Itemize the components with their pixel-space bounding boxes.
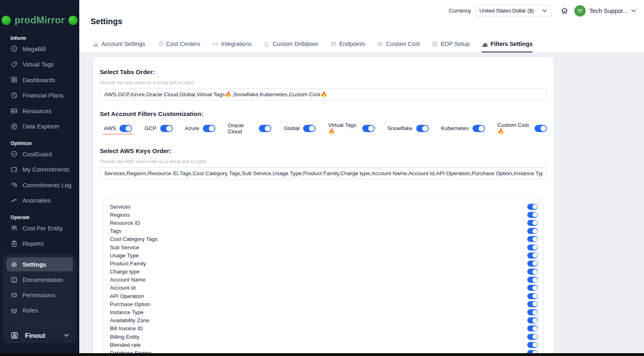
currency-select[interactable]: United States Dollar ($) — [475, 5, 551, 17]
filter-toggle-global[interactable] — [303, 125, 316, 132]
crown-icon — [10, 307, 18, 314]
sidebar-item-label: Data Explorer — [23, 123, 60, 130]
sidebar-item-permissions[interactable]: Permissions — [6, 288, 73, 302]
chevron-down-icon[interactable] — [631, 9, 636, 12]
sidebar-item-anomalies[interactable]: Anomalies — [0, 193, 79, 209]
filter-toggle-aws[interactable] — [120, 125, 132, 132]
user-avatar[interactable]: TF — [574, 5, 586, 17]
chart-icon — [482, 41, 488, 47]
key-toggle-instance-type[interactable] — [527, 309, 538, 315]
filter-label[interactable]: Virtual Tags🔥 — [328, 122, 359, 135]
tab-filters-settings[interactable]: Filters Settings — [482, 41, 533, 52]
key-toggle-services[interactable] — [527, 204, 538, 210]
key-label: Tags — [110, 228, 122, 234]
key-toggle-purchase-option[interactable] — [527, 301, 538, 307]
filter-label[interactable]: Custom Cost🔥 — [497, 122, 531, 135]
sidebar-item-commitments-log[interactable]: Commitments Log — [0, 177, 79, 193]
key-toggle-cost-category-tags[interactable] — [527, 236, 538, 242]
filter-label[interactable]: Azure — [185, 125, 199, 131]
sidebar-item-label: Documentation — [23, 276, 63, 283]
filter-toggle-kubernetes[interactable] — [473, 125, 485, 132]
key-toggle-sub-service[interactable] — [527, 244, 538, 250]
key-toggle-account-name[interactable] — [527, 277, 538, 283]
key-row-instance-type: Instance Type — [103, 308, 543, 316]
sidebar-item-my-commitments[interactable]: My Commitments — [0, 162, 79, 178]
dollar-circle-icon: $ — [10, 45, 18, 52]
key-toggle-database-engine[interactable] — [527, 350, 538, 353]
sidebar-item-dashboards[interactable]: Dashboards — [0, 72, 79, 88]
filter-gcp: GCP — [144, 125, 172, 135]
sidebar-item-data-explorer[interactable]: Data Explorer — [0, 119, 79, 135]
filter-toggle-azure[interactable] — [203, 125, 215, 132]
key-toggle-regions[interactable] — [527, 212, 538, 218]
tab-edp-setup[interactable]: EDP Setup — [432, 41, 469, 52]
content-area: Select Tabs Order: Provide the tabs orde… — [79, 52, 644, 353]
key-toggle-product-family[interactable] — [527, 261, 538, 267]
sidebar-item-costguard[interactable]: CostGuard — [0, 146, 79, 162]
user-name[interactable]: Tech Suppor... — [589, 7, 628, 14]
key-toggle-billing-entity[interactable] — [527, 334, 538, 340]
filter-toggle-oracle-cloud[interactable] — [259, 125, 271, 132]
tab-cost-centers[interactable]: Cost Centers — [157, 41, 200, 52]
key-row-availability-zone: Availability Zone — [103, 317, 543, 325]
filter-label[interactable]: Oracle Cloud — [228, 122, 256, 135]
filter-toggle-custom-cost[interactable] — [535, 125, 547, 132]
filter-label[interactable]: Snowflake — [387, 125, 412, 131]
key-toggle-usage-type[interactable] — [527, 253, 538, 259]
sidebar-item-reports[interactable]: Reports — [0, 236, 79, 252]
sidebar-item-virtual-tags[interactable]: Virtual Tags — [0, 57, 79, 72]
key-toggle-bill-invoice-id[interactable] — [527, 325, 538, 331]
sidebar-bottom-panel: SettingsDocumentationPermissionsRoles Fi… — [3, 254, 76, 343]
tab-custom-drilldown[interactable]: Custom Drilldown — [264, 41, 318, 52]
sidebar-item-label: Virtual Tags — [23, 61, 54, 68]
bottom-screen-strip — [0, 353, 644, 356]
filter-label[interactable]: GCP — [144, 125, 156, 131]
tab-account-settings[interactable]: Account Settings — [93, 41, 145, 52]
key-label: Account Name — [110, 277, 146, 283]
tab-label: Integrations — [221, 41, 252, 47]
tab-label: Custom Cost — [386, 41, 420, 47]
key-toggle-resource-id[interactable] — [527, 220, 538, 226]
account-filters-row: AWSGCPAzureOracle CloudGlobalVirtual Tag… — [104, 122, 547, 137]
page-title: Settings — [91, 17, 122, 26]
sidebar-item-roles[interactable]: Roles — [6, 303, 73, 317]
sidebar-item-megabill[interactable]: $MegaBill — [0, 41, 79, 57]
tabs-order-input[interactable] — [100, 88, 547, 100]
org-switcher[interactable]: Finout — [6, 327, 73, 344]
sidebar-item-label: Roles — [23, 307, 38, 314]
header-controls: Currency United States Dollar ($) TF Tec… — [449, 5, 636, 17]
keys-order-heading: Select AWS Keys Order: — [100, 147, 547, 155]
envelope-icon — [330, 41, 336, 47]
key-label: Usage Type — [110, 253, 139, 259]
sidebar-item-cost-per-entity[interactable]: Cost Per Entity — [0, 220, 79, 236]
filter-toggle-snowflake[interactable] — [416, 125, 429, 132]
filter-toggle-virtual-tags[interactable] — [362, 125, 375, 132]
sidebar-item-resources[interactable]: Resources — [0, 103, 79, 119]
filter-toggle-gcp[interactable] — [160, 125, 173, 132]
key-toggle-tags[interactable] — [527, 228, 538, 234]
tab-integrations[interactable]: Integrations — [212, 41, 252, 52]
key-toggle-account-id[interactable] — [527, 285, 538, 291]
sidebar-item-settings[interactable]: Settings — [6, 257, 73, 271]
sidebar-item-financial-plans[interactable]: Financial Plans — [0, 88, 79, 103]
key-toggle-charge-type[interactable] — [527, 269, 538, 275]
paperclip-icon — [157, 41, 163, 47]
filter-label[interactable]: Global — [284, 125, 299, 131]
key-row-tags: Tags — [103, 227, 543, 235]
pie-chart-icon — [10, 92, 18, 99]
filter-label[interactable]: AWS — [104, 125, 116, 131]
key-label: Cost Category Tags — [110, 236, 157, 242]
org-name: Finout — [25, 332, 64, 339]
main-area: Currency United States Dollar ($) TF Tec… — [79, 0, 644, 356]
filter-azure: Azure — [185, 125, 215, 135]
tab-custom-cost[interactable]: Custom Cost — [377, 41, 420, 52]
currency-label: Currency — [449, 8, 471, 14]
key-toggle-api-operation[interactable] — [527, 293, 538, 299]
key-toggle-blended-rate[interactable] — [527, 342, 538, 348]
sidebar-item-documentation[interactable]: Documentation — [6, 273, 73, 287]
tab-endpoints[interactable]: Endpoints — [330, 41, 365, 52]
key-toggle-availability-zone[interactable] — [527, 317, 538, 323]
home-icon[interactable] — [560, 6, 569, 15]
keys-order-input[interactable] — [100, 167, 547, 179]
filter-label[interactable]: Kubernetes — [441, 125, 469, 131]
